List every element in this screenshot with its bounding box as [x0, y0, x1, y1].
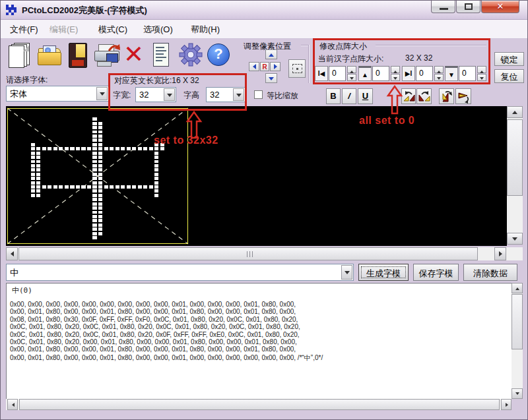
hscroll-thumb[interactable]	[18, 247, 478, 260]
spin-down-icon[interactable]	[434, 74, 444, 81]
reset-button[interactable]: 复位	[494, 69, 524, 83]
settings-gear-icon	[179, 42, 204, 68]
char-width-combo[interactable]: 32	[135, 87, 176, 102]
move-left-button[interactable]	[249, 62, 259, 71]
move-up-button[interactable]	[265, 49, 277, 59]
output-vscrollbar[interactable]	[512, 283, 523, 399]
left-edge-icon-button[interactable]: I◀	[315, 66, 328, 81]
spin-up-icon[interactable]	[434, 66, 444, 73]
maximize-button[interactable]	[456, 1, 480, 13]
scroll-down-button[interactable]	[507, 233, 523, 245]
top-edge-spinner[interactable]	[391, 66, 400, 81]
hex-output-lines: 0x00, 0x00, 0x00, 0x00, 0x00, 0x00, 0x00…	[10, 301, 323, 361]
spin-down-icon[interactable]	[347, 74, 356, 81]
memo-button[interactable]	[151, 42, 172, 69]
print-button[interactable]	[93, 42, 122, 69]
left-edge-value-field[interactable]: 0	[329, 66, 346, 81]
left-edge-spinner[interactable]	[347, 66, 356, 81]
bottom-edge-value-field[interactable]: 0	[459, 66, 476, 81]
save-font-button[interactable]: 保存字模	[413, 264, 459, 281]
top-edge-value-field[interactable]: 0	[372, 66, 389, 81]
ratio-label: 对应英文长宽比:16 X 32	[114, 75, 199, 86]
scroll-down-button[interactable]	[512, 388, 523, 399]
scroll-left-button[interactable]	[7, 399, 18, 410]
open-file-button[interactable]	[38, 42, 63, 69]
menu-item-4[interactable]: 选项(O)	[143, 24, 173, 36]
center-glyph-button[interactable]	[288, 59, 306, 78]
hscroll-thumb[interactable]	[19, 399, 500, 410]
generate-font-button[interactable]: 生成字模	[358, 264, 409, 281]
canvas-hscrollbar[interactable]	[6, 247, 523, 260]
spin-up-icon[interactable]	[391, 66, 400, 73]
spin-up-icon[interactable]	[347, 66, 356, 73]
underline-button[interactable]: U	[358, 88, 373, 104]
flip-vertical-button[interactable]	[455, 88, 471, 104]
help-button[interactable]: ?	[207, 42, 232, 69]
bold-button[interactable]: B	[326, 88, 341, 104]
char-combo-dropdown-button[interactable]	[341, 265, 352, 280]
top-edge-icon-button[interactable]: ▲	[358, 66, 372, 81]
font-combo-dropdown-button[interactable]	[96, 87, 108, 100]
output-hscrollbar[interactable]	[6, 399, 512, 410]
move-right-button[interactable]	[270, 62, 280, 71]
right-edge-value-field[interactable]: 0	[416, 66, 433, 81]
lock-button[interactable]: 锁定	[494, 52, 524, 66]
matrix-current-value: 32 X 32	[405, 53, 432, 63]
scroll-right-button[interactable]	[494, 247, 506, 260]
minimize-button[interactable]	[431, 1, 455, 13]
close-button[interactable]: ✕	[481, 1, 519, 13]
vscroll-thumb[interactable]	[507, 119, 523, 196]
clear-data-button[interactable]: 清除数据	[463, 264, 517, 281]
rotate-right-button[interactable]	[416, 88, 432, 104]
italic-button[interactable]: /	[342, 88, 356, 104]
scroll-up-button[interactable]	[507, 106, 523, 118]
rotate-left-button[interactable]	[401, 88, 416, 104]
scale-checkbox[interactable]	[254, 90, 263, 99]
menu-item-3[interactable]: 模式(C)	[98, 24, 127, 36]
matrix-size-title: 修改点阵大小	[319, 41, 367, 52]
char-width-dropdown-button[interactable]	[164, 88, 175, 101]
menu-item-2[interactable]: 编辑(E)	[50, 24, 78, 36]
scroll-up-button[interactable]	[512, 283, 523, 293]
vscroll-thumb[interactable]	[512, 294, 523, 349]
right-edge-spinner[interactable]	[434, 66, 444, 81]
arrow-up-icon	[269, 51, 274, 57]
menu-bar: 文件(F)编辑(E)模式(C)选项(O)帮助(H)	[1, 20, 528, 39]
chevron-down-icon	[345, 271, 350, 277]
hex-output-textarea[interactable]: 中(0) 0x00, 0x00, 0x00, 0x00, 0x00, 0x00,…	[6, 283, 512, 399]
rotate-left-icon	[403, 90, 416, 104]
scroll-right-button[interactable]	[501, 399, 512, 410]
char-input-combo[interactable]: 中	[6, 264, 354, 281]
spin-down-icon[interactable]	[391, 74, 400, 81]
scale-checkbox-label: 等比缩放	[267, 90, 298, 102]
delete-button[interactable]: ✕	[123, 42, 148, 69]
bottom-edge-icon-button[interactable]: ▼	[445, 66, 458, 81]
canvas-vscrollbar[interactable]	[507, 106, 523, 245]
save-button[interactable]	[67, 42, 92, 69]
scroll-left-button[interactable]	[6, 247, 18, 260]
new-file-button[interactable]	[9, 42, 34, 69]
question-mark-icon: ?	[207, 45, 230, 63]
right-edge-icon-button[interactable]: ▶I	[402, 66, 415, 81]
annotation-size-note: set to 32x32	[154, 135, 218, 146]
minimize-icon	[440, 8, 448, 10]
title-bar: PCtoLCD2002完美版-(字符模式) ✕	[1, 1, 528, 20]
char-height-combo[interactable]: 32	[206, 87, 246, 102]
spin-down-icon[interactable]	[477, 74, 486, 81]
spin-up-icon[interactable]	[477, 66, 486, 73]
bottom-edge-spinner[interactable]	[477, 66, 486, 81]
arrow-down-icon	[269, 77, 274, 83]
char-height-label: 字高	[183, 90, 199, 101]
flip-horizontal-button[interactable]	[439, 88, 454, 104]
rotate-r-button[interactable]: R	[260, 62, 269, 71]
char-height-dropdown-button[interactable]	[233, 88, 244, 101]
arrow-left-icon	[250, 64, 256, 69]
menu-item-1[interactable]: 文件(F)	[10, 24, 38, 36]
arrow-right-icon	[274, 64, 280, 69]
font-selector-combo[interactable]: 宋体	[6, 86, 109, 102]
pixel-canvas[interactable]	[6, 106, 507, 246]
move-down-button[interactable]	[265, 73, 277, 83]
settings-button[interactable]	[179, 42, 204, 69]
flip-horizontal-icon	[440, 90, 453, 104]
menu-item-5[interactable]: 帮助(H)	[191, 24, 220, 36]
